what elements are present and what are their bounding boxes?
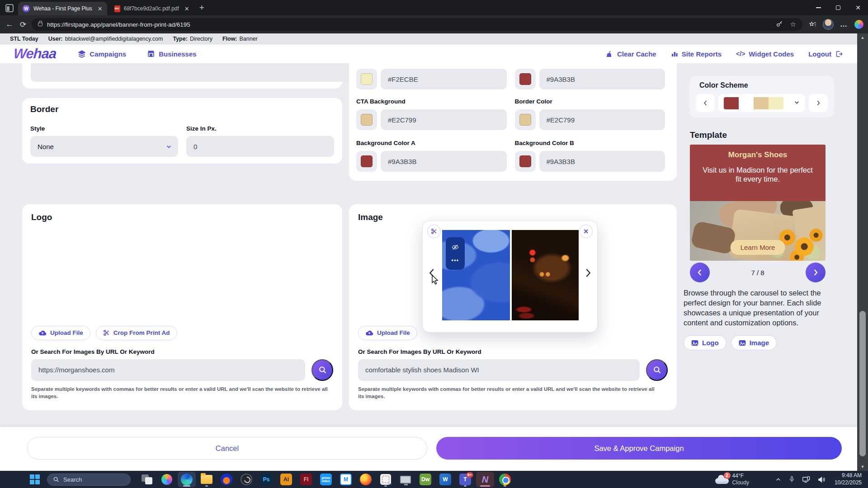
crop-from-print-ad-button[interactable]: Crop From Print Ad	[96, 326, 177, 340]
taskbar-copilot-icon[interactable]	[158, 472, 176, 487]
border-size-input[interactable]	[186, 136, 334, 157]
file-explorer-icon[interactable]	[198, 472, 216, 487]
browser-scrollbar[interactable]: ▲ ▼	[857, 33, 868, 471]
firefox-icon[interactable]	[357, 472, 375, 487]
close-button[interactable]: ✕	[848, 0, 868, 15]
nav-businesses[interactable]: Businesses	[147, 50, 196, 58]
color-hex-input[interactable]	[539, 69, 665, 89]
more-options-icon[interactable]: •••	[451, 257, 459, 263]
color-swatch-button[interactable]	[515, 109, 536, 130]
url-text[interactable]: https://firstpage.app/panel/banner-from-…	[47, 21, 190, 28]
template-preview-banner[interactable]: Morgan's Shoes Visit us in Madison for t…	[690, 145, 826, 261]
image-search-input[interactable]	[358, 359, 640, 381]
favorite-star-icon[interactable]: ☆	[790, 20, 796, 28]
minimize-button[interactable]	[808, 0, 828, 15]
profile-avatar[interactable]	[823, 19, 834, 30]
color-swatch[interactable]	[519, 114, 531, 126]
task-view-icon[interactable]	[138, 472, 156, 487]
scheme-swatch-strip[interactable]	[718, 94, 805, 112]
color-swatch[interactable]	[361, 114, 373, 126]
cta-background-input[interactable]	[381, 109, 507, 130]
border-style-value[interactable]	[30, 136, 178, 157]
template-prev-button[interactable]	[690, 263, 710, 282]
color-swatch[interactable]	[519, 155, 531, 167]
taskbar-clock[interactable]: 9:48 AM 10/22/2025	[835, 472, 862, 486]
scheme-prev-button[interactable]	[696, 94, 715, 112]
color-swatch-button[interactable]	[515, 69, 536, 89]
obs-icon[interactable]	[237, 472, 255, 487]
back-icon[interactable]: ←	[3, 20, 16, 29]
color-swatch[interactable]	[361, 73, 373, 85]
prime-video-icon[interactable]: primevideo	[317, 472, 335, 487]
carousel-image-night-street[interactable]	[512, 230, 579, 320]
text-field-partial[interactable]	[31, 63, 351, 82]
tab-close-icon[interactable]: ✕	[184, 6, 189, 12]
banner-learn-more-button[interactable]: Learn More	[731, 240, 785, 255]
taskbar-search[interactable]: Search	[47, 474, 131, 486]
address-bar[interactable]: https://firstpage.app/panel/banner-from-…	[32, 18, 802, 31]
refresh-icon[interactable]: ⟳	[16, 20, 30, 29]
border-style-select[interactable]	[30, 136, 178, 157]
m-app-icon[interactable]: M	[337, 472, 355, 487]
microphone-icon[interactable]	[789, 476, 795, 483]
tab-close-icon[interactable]: ✕	[98, 6, 103, 12]
remote-desktop-icon[interactable]	[396, 472, 415, 487]
browser-menu-icon[interactable]: …	[840, 20, 848, 28]
copilot-icon[interactable]	[854, 20, 863, 29]
teams-icon[interactable]: T 9+	[456, 472, 474, 487]
template-logo-button[interactable]: Logo	[684, 335, 726, 350]
border-color-input[interactable]	[539, 109, 665, 130]
favorites-bar-icon[interactable]	[809, 21, 816, 28]
scheme-next-button[interactable]	[809, 94, 828, 112]
dreamweaver-icon[interactable]: Dw	[416, 472, 434, 487]
logo-upload-file-button[interactable]: Upload File	[31, 326, 90, 340]
chrome-icon[interactable]	[496, 472, 514, 487]
tab-pdf[interactable]: 68f7bce9d2a0c.pdf.pdf ✕	[110, 2, 194, 15]
color-swatch[interactable]	[361, 155, 373, 167]
popup-crop-button[interactable]	[427, 225, 441, 238]
start-button[interactable]	[30, 474, 40, 484]
scroll-up-icon[interactable]: ▲	[857, 35, 868, 40]
weather-widget[interactable]: 2 44°F Cloudy	[715, 473, 749, 486]
color-hex-input[interactable]	[381, 69, 507, 89]
carousel-image-selected[interactable]: •••	[442, 230, 510, 320]
widget-codes-button[interactable]: </> Widget Codes	[736, 50, 794, 58]
background-color-b-input[interactable]	[539, 151, 665, 172]
background-color-a-input[interactable]	[381, 151, 507, 172]
word-icon[interactable]: W	[436, 472, 454, 487]
color-swatch-button[interactable]	[356, 69, 377, 89]
photoshop-icon[interactable]: Ps	[257, 472, 275, 487]
display-cast-icon[interactable]	[802, 476, 810, 483]
eye-off-icon[interactable]	[452, 244, 459, 251]
snipping-tool-icon[interactable]	[377, 472, 395, 487]
edge-icon[interactable]	[178, 472, 196, 487]
scheme-dropdown-icon[interactable]	[794, 99, 800, 107]
visual-studio-icon[interactable]: N	[476, 472, 494, 487]
tab-wehaa[interactable]: W Wehaa - First Page Plus ✕	[18, 2, 107, 15]
scrollbar-thumb[interactable]	[859, 311, 866, 456]
new-tab-button[interactable]: +	[199, 3, 204, 13]
hidden-icons-chevron[interactable]	[775, 477, 781, 483]
nav-campaigns[interactable]: Campaigns	[78, 50, 126, 58]
color-swatch-button[interactable]	[356, 151, 377, 172]
scroll-down-icon[interactable]: ▼	[857, 465, 868, 469]
image-upload-file-button[interactable]: Upload File	[358, 326, 417, 340]
wehaa-logo[interactable]: Wehaa	[13, 46, 57, 62]
logo-search-input[interactable]	[31, 359, 305, 381]
cancel-button[interactable]: Cancel	[27, 437, 427, 460]
password-key-icon[interactable]	[776, 21, 783, 28]
template-next-button[interactable]	[806, 263, 826, 282]
popup-close-button[interactable]: ✕	[579, 225, 593, 238]
illustrator-icon[interactable]: Ai	[277, 472, 295, 487]
color-swatch-button[interactable]	[515, 151, 536, 172]
clear-cache-button[interactable]: Clear Cache	[606, 50, 656, 58]
audacity-icon[interactable]	[217, 472, 236, 487]
color-swatch[interactable]	[519, 73, 531, 85]
animate-icon[interactable]: Fl	[297, 472, 315, 487]
logo-search-button[interactable]	[311, 359, 333, 381]
volume-icon[interactable]	[818, 476, 826, 483]
tab-actions-icon[interactable]	[5, 4, 14, 12]
color-swatch-button[interactable]	[356, 109, 377, 130]
site-reports-button[interactable]: Site Reports	[671, 50, 722, 58]
logout-button[interactable]: Logout	[808, 50, 843, 58]
